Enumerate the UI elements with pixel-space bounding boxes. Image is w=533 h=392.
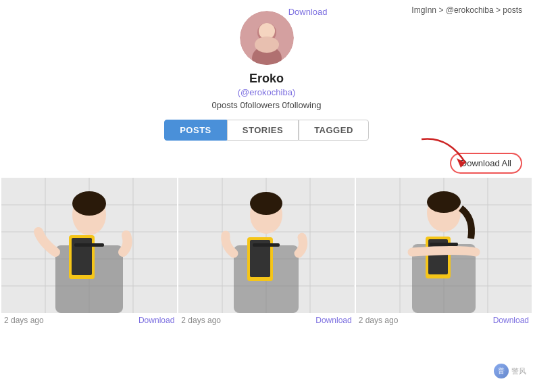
caption-cell-1: 2 days ago Download — [1, 316, 177, 325]
watermark-icon: 普 — [494, 364, 509, 378]
svg-point-15 — [72, 191, 106, 216]
post-image-2 — [178, 178, 354, 313]
post-download-1[interactable]: Download — [138, 316, 174, 325]
watermark-icon-text: 普 — [498, 366, 505, 376]
svg-point-29 — [250, 192, 282, 215]
grid-item-3 — [356, 178, 532, 313]
avatar-download-link[interactable]: Download — [288, 7, 328, 17]
profile-section: Download Eroko (@erokochiba) 0posts 0fol… — [0, 0, 533, 146]
svg-rect-19 — [74, 243, 104, 247]
post-download-2[interactable]: Download — [315, 316, 351, 325]
tab-stories[interactable]: STORIES — [227, 120, 299, 141]
tab-tagged[interactable]: TAGGED — [299, 120, 369, 141]
breadcrumb: ImgInn > @erokochiba > posts — [411, 5, 522, 15]
svg-point-4 — [255, 36, 279, 53]
watermark-label: 警风 — [511, 366, 526, 376]
svg-point-43 — [427, 191, 461, 213]
breadcrumb-sep1: > — [438, 5, 445, 15]
post-image-3 — [356, 178, 532, 313]
post-time-3: 2 days ago — [359, 316, 399, 325]
tabs-container: POSTS STORIES TAGGED — [164, 120, 369, 141]
breadcrumb-site: ImgInn — [411, 5, 436, 15]
grid-item-1 — [1, 178, 177, 313]
post-time-2: 2 days ago — [181, 316, 221, 325]
captions-row: 2 days ago Download 2 days ago Download … — [0, 313, 533, 328]
caption-cell-3: 2 days ago Download — [356, 316, 532, 325]
profile-name: Eroko — [249, 72, 284, 86]
grid-item-2 — [178, 178, 354, 313]
svg-rect-33 — [253, 243, 280, 247]
post-time-1: 2 days ago — [4, 316, 44, 325]
post-image-1 — [1, 178, 177, 313]
tab-posts[interactable]: POSTS — [164, 120, 227, 141]
svg-rect-47 — [430, 243, 458, 246]
breadcrumb-sep2: > — [496, 5, 503, 15]
caption-cell-2: 2 days ago Download — [178, 316, 354, 325]
image-grid — [0, 178, 533, 313]
profile-handle: (@erokochiba) — [238, 87, 295, 97]
avatar — [240, 11, 294, 65]
avatar-wrapper: Download — [240, 11, 294, 65]
arrow-indicator — [415, 132, 476, 173]
breadcrumb-page: posts — [503, 5, 522, 15]
post-download-3[interactable]: Download — [493, 316, 529, 325]
watermark: 普 警风 — [494, 364, 526, 378]
breadcrumb-user: @erokochiba — [446, 5, 494, 15]
download-all-row: Download All — [0, 146, 533, 178]
profile-stats: 0posts 0followers 0following — [212, 100, 322, 110]
